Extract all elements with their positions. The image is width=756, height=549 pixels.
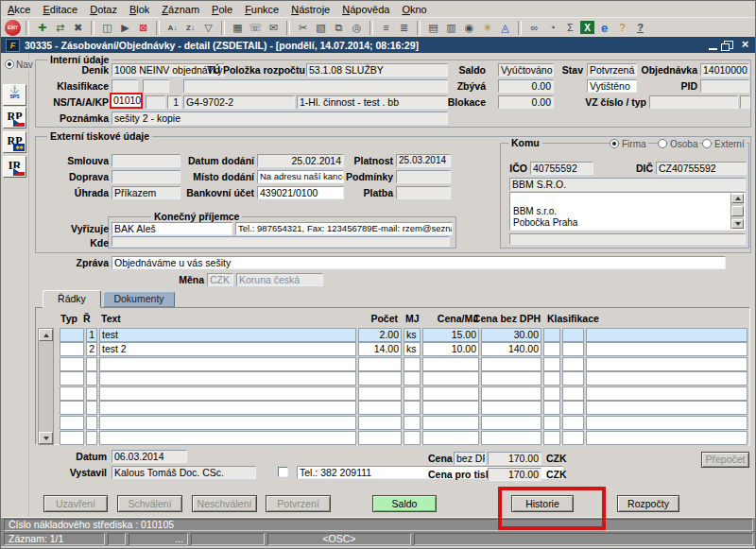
glasses-icon[interactable]: ∞ (526, 20, 542, 35)
dodavatel-adresa-field[interactable]: BBM s.r.o. Pobočka Praha Na spravedlnost… (509, 192, 746, 231)
ico-field[interactable]: 40755592 (530, 162, 593, 175)
cell-klasifikace-1[interactable] (543, 357, 560, 371)
browser-icon[interactable]: e (596, 20, 612, 35)
prepocet-button[interactable]: Přepočet (701, 452, 749, 468)
cell-cena-bez-dph[interactable] (481, 401, 541, 415)
table-row[interactable] (60, 357, 747, 372)
cell-typ[interactable] (60, 342, 84, 356)
cell-pocet[interactable] (358, 371, 402, 386)
cell-klasifikace-2[interactable] (562, 371, 584, 386)
cell-klasifikace-2[interactable] (562, 328, 584, 342)
platnost-field[interactable]: 25.03.2014 (396, 154, 451, 167)
cena-mode-field[interactable]: bez DPH (454, 452, 486, 465)
cut-icon[interactable]: ✂ (295, 20, 311, 35)
insert-record-icon[interactable]: ✚ (34, 20, 50, 35)
misto-dodani-field[interactable]: Na adresu naší kancelář (257, 170, 344, 183)
cell-klasifikace-3[interactable] (586, 357, 747, 371)
cell-cena-bez-dph[interactable] (481, 371, 541, 386)
cell-klasifikace-1[interactable] (543, 371, 560, 386)
smlouva-field[interactable] (112, 154, 180, 167)
firma-radio[interactable] (610, 139, 619, 148)
cell-klasifikace-1[interactable] (543, 416, 560, 430)
cell-pocet[interactable] (358, 357, 402, 371)
dodavatel-nazev-field[interactable]: BBM S.R.O. (509, 178, 746, 191)
zbyva-field[interactable]: 0.00 (498, 79, 554, 93)
cell-klasifikace-1[interactable] (543, 431, 560, 445)
mena-kod-field[interactable]: CZK (207, 273, 233, 286)
cell-cena-mj[interactable] (422, 386, 479, 401)
poznamka-field[interactable]: sešity 2 - kopie (112, 112, 448, 125)
helm-icon[interactable]: ✳ (479, 20, 495, 35)
vytisteno-field[interactable]: Vytištěno (587, 79, 637, 93)
uhrada-field[interactable]: Příkazem (112, 186, 180, 199)
cell-r[interactable]: 1 (86, 328, 97, 342)
cell-klasifikace-1[interactable] (543, 401, 560, 415)
saldo-button[interactable]: Saldo (372, 495, 437, 512)
cell-cena-mj[interactable] (422, 371, 479, 386)
podminky-field[interactable] (396, 170, 451, 183)
cell-text[interactable] (99, 357, 356, 371)
dic-field[interactable]: CZ40755592 (656, 162, 747, 175)
cell-cena-bez-dph[interactable] (481, 386, 541, 401)
tab-dokumenty[interactable]: Dokumenty (103, 291, 175, 307)
sum-icon[interactable]: Σ (562, 20, 578, 35)
objednavka-field[interactable]: 1401000011 (700, 63, 749, 77)
execute-icon[interactable]: ▶ (117, 20, 133, 35)
schvaleni-button[interactable]: Schválení (117, 495, 182, 512)
cell-klasifikace-2[interactable] (562, 416, 584, 430)
menu-item-zaznam[interactable]: Záznam (162, 4, 199, 15)
cell-cena-bez-dph[interactable]: 30.00 (481, 328, 541, 342)
cena-field[interactable]: 170.00 (488, 452, 541, 465)
cell-klasifikace-3[interactable] (586, 416, 747, 430)
cell-cena-mj[interactable] (422, 401, 479, 415)
menu-item-akce[interactable]: Akce (8, 4, 30, 15)
cell-pocet[interactable] (358, 401, 402, 415)
cell-cena-mj[interactable] (422, 416, 479, 430)
pid-field[interactable] (700, 79, 749, 93)
scroll-up-icon[interactable] (39, 329, 53, 341)
cell-text[interactable] (99, 386, 356, 401)
menu-item-pole[interactable]: Pole (212, 4, 232, 15)
minimize-icon[interactable] (709, 41, 717, 50)
klasifikace-field-3[interactable] (183, 79, 448, 93)
menu-item-dotaz[interactable]: Dotaz (90, 4, 117, 15)
paste-icon[interactable]: ▧ (313, 20, 329, 35)
fax-icon[interactable]: ☏ (248, 20, 264, 35)
scroll-down-icon[interactable] (731, 219, 744, 229)
globe-icon[interactable]: ◉ (461, 20, 477, 35)
vz-cislo-field[interactable] (649, 95, 738, 109)
table-row[interactable] (60, 431, 747, 446)
cell-klasifikace-3[interactable] (586, 386, 747, 401)
table-row[interactable] (60, 371, 747, 386)
cell-klasifikace-3[interactable] (586, 401, 747, 415)
ns-poradi-field[interactable]: 1 (167, 95, 181, 109)
osoba-radio[interactable] (658, 139, 667, 148)
cell-mj[interactable]: ks (404, 328, 421, 342)
cell-mj[interactable] (404, 357, 421, 371)
mail-icon[interactable]: ✉ (266, 20, 282, 35)
externi-radio[interactable] (702, 139, 712, 148)
neschvaleni-button[interactable]: Neschválení (192, 495, 257, 512)
cell-mj[interactable]: ks (404, 342, 421, 356)
cell-mj[interactable] (404, 416, 421, 430)
ns-field-highlighted[interactable]: 010105 (110, 93, 143, 109)
cell-mj[interactable] (404, 431, 421, 445)
cell-typ[interactable] (60, 416, 84, 430)
cell-text[interactable] (99, 431, 356, 445)
rollback-icon[interactable]: ✖ (70, 20, 86, 35)
table-row[interactable]: 2test 214.00ks10.00140.00 (60, 342, 747, 357)
cell-typ[interactable] (60, 431, 84, 445)
cell-text[interactable] (99, 401, 356, 415)
address-scrollbar[interactable] (730, 194, 744, 229)
cell-r[interactable]: 2 (86, 342, 97, 356)
rp-cz-button[interactable]: RP (3, 107, 26, 129)
excel-icon[interactable]: X (580, 21, 594, 34)
menu-item-nastroje[interactable]: Nástroje (291, 4, 330, 15)
table-scrollbar[interactable] (38, 328, 54, 445)
cell-pocet[interactable] (358, 431, 402, 445)
cell-r[interactable] (86, 357, 97, 371)
menu-item-blok[interactable]: Blok (129, 4, 149, 15)
nav-radio[interactable] (5, 60, 14, 69)
filter-icon[interactable]: ▽ (200, 20, 216, 35)
cell-klasifikace-2[interactable] (562, 431, 584, 445)
